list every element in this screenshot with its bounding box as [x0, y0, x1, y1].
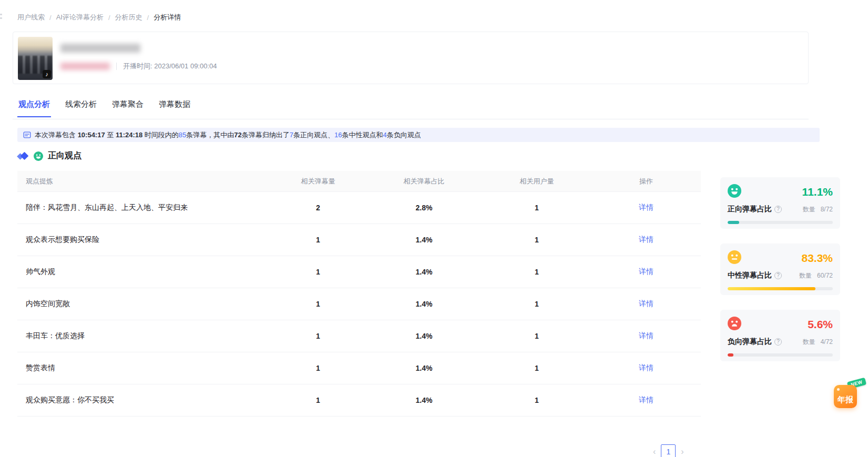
- neutral-count-value: 60/72: [817, 272, 833, 279]
- banner-segment: 本次弹幕包含: [35, 131, 78, 139]
- live-session-card: ♪ 开播时间: 2023/06/01 09:00:04: [13, 32, 809, 84]
- count-label: 数量: [799, 271, 812, 280]
- detail-link[interactable]: 详情: [639, 299, 653, 308]
- live-cover-thumbnail: ♪: [18, 37, 53, 80]
- detail-link[interactable]: 详情: [639, 331, 653, 340]
- tab-2[interactable]: 弹幕聚合: [111, 99, 145, 117]
- table-row: 帅气外观11.4%1详情: [17, 256, 701, 288]
- badge-dot: [837, 388, 840, 391]
- action-cell: 详情: [591, 203, 701, 212]
- streamer-name-redacted: [60, 63, 110, 70]
- danmaku-count-cell: 1: [270, 396, 366, 404]
- tab-0[interactable]: 观点分析: [17, 99, 51, 117]
- positive-face-icon: [728, 184, 741, 200]
- prev-page-arrow[interactable]: ‹: [653, 444, 656, 457]
- breadcrumb: 用户线索/AI评论弹幕分析/分析历史/分析详情: [17, 13, 181, 22]
- banner-segment: 条负向观点: [387, 131, 421, 139]
- opinion-cell: 观众购买意愿：你不买我买: [17, 395, 270, 405]
- positive-percent-value: 11.1%: [802, 186, 833, 198]
- opinion-table: 观点提炼相关弹幕量相关弹幕占比相关用户量操作 陪伴：风花雪月、东山再起、上天入地…: [17, 171, 701, 417]
- breadcrumb-item[interactable]: 分析历史: [115, 13, 142, 22]
- help-icon[interactable]: ?: [774, 338, 782, 346]
- help-icon[interactable]: ?: [774, 206, 782, 213]
- user-count-cell: 1: [482, 300, 591, 308]
- positive-opinion-section-header: 正向观点: [17, 150, 81, 161]
- start-time-label: 开播时间: 2023/06/01 09:00:04: [123, 62, 217, 71]
- banner-segment: 条中性观点和: [342, 131, 383, 139]
- negative-face-icon: [728, 317, 741, 332]
- banner-segment: 时间段内的: [142, 131, 179, 139]
- page-number-button[interactable]: 1: [661, 444, 676, 457]
- sentiment-stats-column: 11.1%正向弹幕占比?数量8/7283.3%中性弹幕占比?数量60/725.6…: [720, 177, 840, 361]
- annual-report-floating-badge[interactable]: NEW 年报: [834, 382, 861, 408]
- stat-card-negative: 5.6%负向弹幕占比?数量4/72: [720, 310, 840, 361]
- detail-link[interactable]: 详情: [639, 203, 653, 211]
- neutral-ratio-label: 中性弹幕占比: [728, 271, 772, 280]
- banner-segment: 85: [179, 131, 186, 139]
- table-row: 丰田车：优质选择11.4%1详情: [17, 320, 701, 352]
- danmaku-count-cell: 1: [270, 268, 366, 276]
- user-count-cell: 1: [482, 332, 591, 340]
- banner-segment: 7: [290, 131, 293, 139]
- danmaku-count-cell: 1: [270, 300, 366, 308]
- action-cell: 详情: [591, 331, 701, 341]
- breadcrumb-item[interactable]: 用户线索: [17, 13, 45, 22]
- count-label: 数量: [803, 338, 815, 347]
- positive-ratio-label: 正向弹幕占比: [728, 205, 772, 214]
- breadcrumb-current: 分析详情: [154, 13, 181, 22]
- banner-segment: 条弹幕，其中由: [186, 131, 234, 139]
- detail-link[interactable]: 详情: [639, 267, 653, 276]
- tab-3[interactable]: 弹幕数据: [158, 99, 191, 117]
- danmaku-percent-cell: 2.8%: [366, 204, 482, 212]
- positive-progress-fill: [728, 221, 739, 224]
- detail-link[interactable]: 详情: [639, 235, 653, 243]
- banner-segment: 72: [234, 131, 241, 139]
- happy-face-icon: [34, 151, 43, 161]
- user-count-cell: 1: [482, 236, 591, 244]
- negative-progress-bar: [728, 353, 833, 357]
- user-count-cell: 1: [482, 268, 591, 276]
- help-icon[interactable]: ?: [774, 272, 782, 279]
- action-cell: 详情: [591, 395, 701, 405]
- banner-segment: 10:54:17: [78, 131, 105, 139]
- tabs-divider: [13, 119, 809, 119]
- live-title-redacted: [60, 44, 140, 53]
- danmaku-percent-cell: 1.4%: [366, 236, 482, 244]
- detail-link[interactable]: 详情: [639, 395, 653, 404]
- breadcrumb-separator: /: [108, 14, 110, 22]
- positive-count-value: 8/72: [821, 206, 833, 213]
- breadcrumb-item[interactable]: AI评论弹幕分析: [56, 13, 104, 22]
- banner-segment: 16: [334, 131, 342, 139]
- user-count-cell: 1: [482, 204, 591, 212]
- negative-progress-fill: [728, 353, 733, 357]
- user-count-cell: 1: [482, 396, 591, 404]
- user-count-cell: 1: [482, 364, 591, 372]
- tab-1[interactable]: 线索分析: [64, 99, 98, 117]
- danmaku-count-cell: 1: [270, 364, 366, 372]
- column-header: 观点提炼: [17, 177, 270, 186]
- negative-percent-value: 5.6%: [808, 318, 833, 331]
- danmaku-percent-cell: 1.4%: [366, 332, 482, 340]
- analysis-tabs: 观点分析线索分析弹幕聚合弹幕数据: [17, 99, 191, 117]
- table-row: 内饰空间宽敞11.4%1详情: [17, 288, 701, 320]
- column-header: 相关弹幕量: [270, 177, 366, 186]
- breadcrumb-separator: /: [147, 14, 149, 22]
- banner-segment: 11:24:18: [116, 131, 142, 139]
- opinion-cell: 陪伴：风花雪月、东山再起、上天入地、平安归来: [17, 203, 270, 212]
- table-row: 观众购买意愿：你不买我买11.4%1详情: [17, 384, 701, 417]
- banner-segment: 条弹幕归纳出了: [242, 131, 290, 139]
- screen-edge-artifact: [0, 14, 2, 24]
- danmaku-percent-cell: 1.4%: [366, 268, 482, 276]
- column-header: 相关弹幕占比: [366, 177, 482, 186]
- opinion-cell: 观众表示想要购买保险: [17, 235, 270, 245]
- stat-card-neutral: 83.3%中性弹幕占比?数量60/72: [720, 243, 840, 295]
- column-header: 操作: [591, 177, 701, 186]
- detail-link[interactable]: 详情: [639, 363, 653, 372]
- table-row: 陪伴：风花雪月、东山再起、上天入地、平安归来22.8%1详情: [17, 192, 701, 224]
- negative-count-value: 4/72: [821, 338, 833, 346]
- opinion-cell: 内饰空间宽敞: [17, 299, 270, 309]
- negative-ratio-label: 负向弹幕占比: [728, 337, 772, 347]
- action-cell: 详情: [591, 299, 701, 309]
- next-page-arrow[interactable]: ›: [681, 444, 683, 457]
- summary-banner: 本次弹幕包含 10:54:17 至 11:24:18 时间段内的85条弹幕，其中…: [17, 128, 820, 142]
